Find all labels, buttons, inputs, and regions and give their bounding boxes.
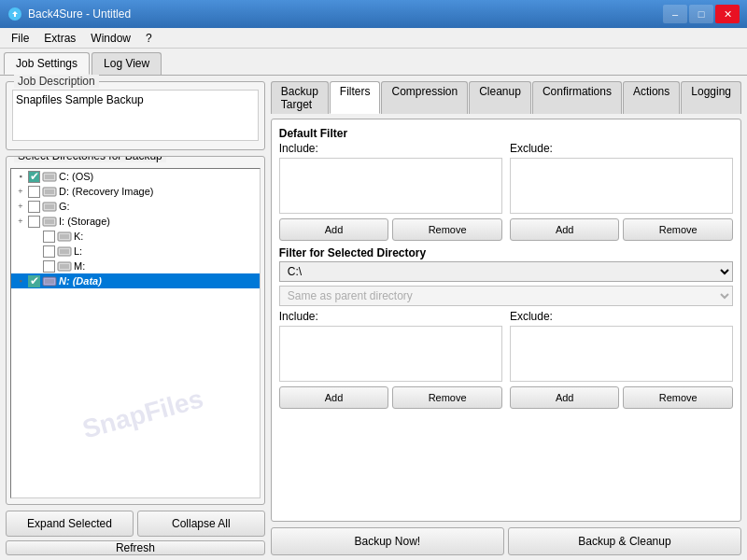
default-exclude-listbox[interactable] xyxy=(510,158,733,214)
selected-include-remove-button[interactable]: Remove xyxy=(392,386,502,409)
tree-item-i[interactable]: + I: (Storage) xyxy=(11,214,260,229)
selected-include-add-button[interactable]: Add xyxy=(279,386,389,409)
tab-logging[interactable]: Logging xyxy=(681,81,741,114)
default-include-add-button[interactable]: Add xyxy=(279,218,389,241)
default-filter-title: Default Filter xyxy=(279,127,733,140)
tree-item-c[interactable]: ▪ ✔ C: (OS) xyxy=(11,169,260,184)
selected-include-col: Include: Add Remove xyxy=(279,310,502,409)
directory-tree-title: Select Directories for Backup xyxy=(14,156,166,162)
tree-item-n[interactable]: ▪ ✔ N: (Data) xyxy=(11,273,260,288)
drive-icon-n xyxy=(42,275,59,287)
svg-rect-8 xyxy=(45,219,54,224)
btn-row-expand-collapse: Expand Selected Collapse All xyxy=(6,511,265,537)
checkbox-d[interactable] xyxy=(28,186,40,198)
selected-include-listbox[interactable] xyxy=(279,326,502,382)
selected-include-label: Include: xyxy=(279,310,502,323)
label-k: K: xyxy=(74,231,83,242)
menu-extras[interactable]: Extras xyxy=(36,30,83,47)
backup-now-button[interactable]: Backup Now! xyxy=(271,527,504,555)
checkbox-l[interactable] xyxy=(43,245,55,258)
selected-dir-dropdown[interactable]: C:\ xyxy=(279,261,733,282)
tab-backup-target[interactable]: Backup Target xyxy=(271,81,329,114)
checkbox-m[interactable] xyxy=(43,260,55,273)
tab-filters[interactable]: Filters xyxy=(330,81,381,114)
selected-exclude-listbox[interactable] xyxy=(510,326,733,382)
label-c: C: (OS) xyxy=(59,171,93,182)
expander-g[interactable]: + xyxy=(13,200,28,213)
refresh-button[interactable]: Refresh xyxy=(6,540,265,555)
drive-icon-c xyxy=(42,171,59,183)
menu-window[interactable]: Window xyxy=(83,30,138,47)
expand-selected-button[interactable]: Expand Selected xyxy=(6,511,134,537)
minimize-button[interactable]: – xyxy=(663,5,687,23)
selected-dir-parent-dropdown[interactable]: Same as parent directory xyxy=(279,286,733,306)
tab-job-settings[interactable]: Job Settings xyxy=(4,52,90,75)
default-filter-row: Include: Add Remove Exclude: Add Remove xyxy=(279,142,733,241)
expander-k[interactable] xyxy=(28,230,43,243)
tab-compression[interactable]: Compression xyxy=(381,81,468,114)
default-exclude-remove-button[interactable]: Remove xyxy=(623,218,733,241)
maximize-button[interactable]: □ xyxy=(689,5,713,23)
backup-cleanup-button[interactable]: Backup & Cleanup xyxy=(508,527,741,555)
expander-d[interactable]: + xyxy=(13,185,28,198)
tab-cleanup[interactable]: Cleanup xyxy=(469,81,531,114)
selected-exclude-add-button[interactable]: Add xyxy=(510,386,620,409)
default-exclude-buttons: Add Remove xyxy=(510,218,733,241)
tab-confirmations[interactable]: Confirmations xyxy=(532,81,622,114)
expander-i[interactable]: + xyxy=(13,215,28,228)
expander-n[interactable]: ▪ xyxy=(13,274,28,287)
title-bar: Back4Sure - Untitled – □ ✕ xyxy=(0,0,747,28)
title-bar-left: Back4Sure - Untitled xyxy=(7,7,131,21)
default-include-buttons: Add Remove xyxy=(279,218,502,241)
title-bar-controls: – □ ✕ xyxy=(663,5,740,23)
default-include-col: Include: Add Remove xyxy=(279,142,502,241)
checkbox-i[interactable] xyxy=(28,216,40,228)
label-g: G: xyxy=(59,201,70,212)
default-include-remove-button[interactable]: Remove xyxy=(392,218,502,241)
job-description-input[interactable]: Snapfiles Sample Backup xyxy=(12,90,259,141)
directory-tree-group: Select Directories for Backup ▪ ✔ C: (OS… xyxy=(6,156,265,505)
label-l: L: xyxy=(74,245,82,257)
job-description-group: Job Description Snapfiles Sample Backup xyxy=(6,81,265,150)
tree-item-l[interactable]: L: xyxy=(11,244,260,259)
expander-l[interactable] xyxy=(28,245,43,258)
label-d: D: (Recovery Image) xyxy=(59,186,153,197)
selected-dir-title: Filter for Selected Directory xyxy=(279,246,733,259)
tree-item-d[interactable]: + D: (Recovery Image) xyxy=(11,184,260,199)
drive-icon-m xyxy=(57,260,74,273)
drive-icon-l xyxy=(57,245,74,258)
tree-item-m[interactable]: M: xyxy=(11,259,260,273)
default-exclude-add-button[interactable]: Add xyxy=(510,218,620,241)
directory-tree-scroll[interactable]: ▪ ✔ C: (OS) + D: (Recover xyxy=(10,168,261,498)
svg-rect-2 xyxy=(45,175,54,179)
main-tab-bar: Job Settings Log View xyxy=(0,49,747,76)
selected-exclude-col: Exclude: Add Remove xyxy=(510,310,733,409)
selected-dir-parent-row: Same as parent directory xyxy=(279,286,733,306)
checkbox-n[interactable]: ✔ xyxy=(28,275,40,287)
expander-c[interactable]: ▪ xyxy=(13,170,28,183)
svg-rect-14 xyxy=(60,264,69,269)
window-title: Back4Sure - Untitled xyxy=(28,7,131,21)
default-include-listbox[interactable] xyxy=(279,158,502,214)
close-button[interactable]: ✕ xyxy=(715,5,740,23)
default-exclude-label: Exclude: xyxy=(510,142,733,155)
label-i: I: (Storage) xyxy=(59,216,110,227)
checkbox-g[interactable] xyxy=(28,201,40,213)
tab-log-view[interactable]: Log View xyxy=(92,52,162,75)
label-m: M: xyxy=(74,260,85,272)
collapse-all-button[interactable]: Collapse All xyxy=(137,511,265,537)
svg-rect-10 xyxy=(60,234,69,239)
left-panel: Job Description Snapfiles Sample Backup … xyxy=(6,81,265,555)
tab-actions[interactable]: Actions xyxy=(623,81,680,114)
right-panel: Backup Target Filters Compression Cleanu… xyxy=(271,81,741,555)
tree-item-k[interactable]: K: xyxy=(11,229,260,244)
menu-file[interactable]: File xyxy=(4,30,36,47)
menu-help[interactable]: ? xyxy=(138,30,160,47)
tree-item-g[interactable]: + G: xyxy=(11,199,260,214)
checkbox-k[interactable] xyxy=(43,231,55,243)
selected-exclude-remove-button[interactable]: Remove xyxy=(623,386,733,409)
checkbox-c[interactable]: ✔ xyxy=(28,171,40,183)
default-include-label: Include: xyxy=(279,142,502,155)
drive-icon-i xyxy=(42,216,59,228)
expander-m[interactable] xyxy=(28,259,43,273)
